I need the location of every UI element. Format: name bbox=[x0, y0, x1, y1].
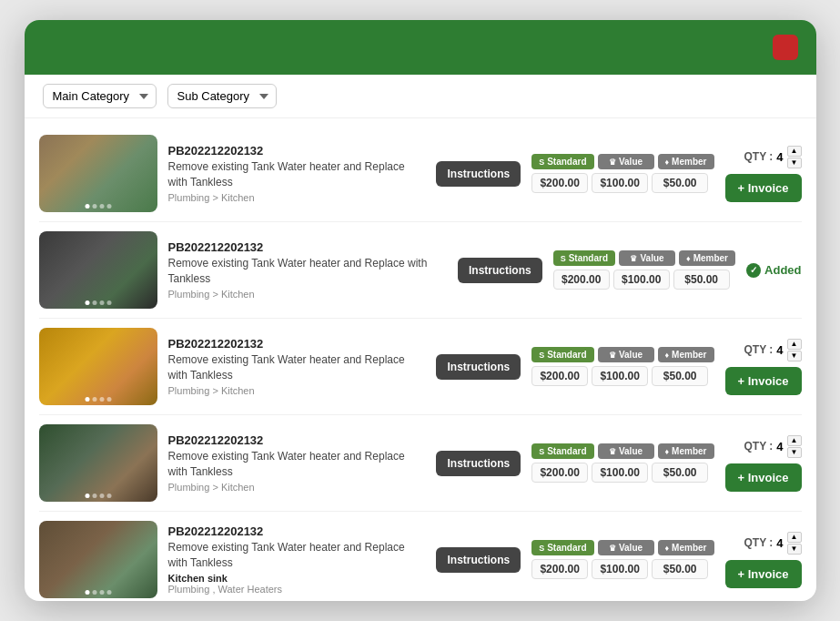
add-invoice-button[interactable]: + Invoice bbox=[725, 174, 802, 202]
member-icon: ♦ bbox=[665, 351, 670, 360]
item-image bbox=[39, 135, 157, 212]
item-info: PB202212202132Remove existing Tank Water… bbox=[168, 144, 426, 203]
instructions-button[interactable]: Instructions bbox=[436, 354, 521, 380]
value-label: Value bbox=[619, 350, 643, 360]
qty-increment-button[interactable]: ▲ bbox=[787, 339, 802, 350]
standard-label: Standard bbox=[547, 350, 586, 360]
price-value-0: $200.00 bbox=[531, 366, 588, 386]
item-code: PB202212202132 bbox=[168, 337, 426, 351]
list-item: PB202212202132Remove existing Tank Water… bbox=[39, 415, 802, 512]
standard-label: Standard bbox=[569, 253, 608, 263]
image-dot bbox=[99, 590, 104, 595]
value-icon: ♛ bbox=[609, 351, 616, 360]
instructions-button[interactable]: Instructions bbox=[458, 258, 542, 283]
close-button[interactable] bbox=[773, 35, 798, 60]
quantity-stepper: ▲▼ bbox=[787, 532, 802, 555]
pricing-badge-standard: SStandard bbox=[531, 154, 593, 169]
qty-increment-button[interactable]: ▲ bbox=[787, 146, 802, 157]
pricing-badge-member: ♦Member bbox=[658, 347, 714, 362]
qty-decrement-button[interactable]: ▼ bbox=[787, 447, 802, 458]
action-area: QTY :4▲▼+ Invoice bbox=[725, 435, 802, 492]
list-item: PB202212202132Remove existing Tank Water… bbox=[39, 126, 802, 222]
pricing-badge-standard: SStandard bbox=[553, 250, 615, 266]
item-category: Plumbing > Kitchen bbox=[168, 385, 426, 396]
qty-decrement-button[interactable]: ▼ bbox=[787, 158, 802, 168]
standard-icon: S bbox=[539, 351, 544, 360]
standard-icon: S bbox=[561, 254, 566, 263]
item-category: Plumbing , Water Heaters bbox=[168, 584, 426, 595]
pricing-values: $200.00$100.00$50.00 bbox=[531, 366, 713, 386]
price-value-2: $50.00 bbox=[652, 463, 708, 483]
pricing-badge-member: ♦Member bbox=[658, 443, 714, 459]
qty-label: QTY : bbox=[744, 150, 773, 163]
item-description: Remove existing Tank Water heater and Re… bbox=[168, 159, 426, 190]
quantity-stepper: ▲▼ bbox=[787, 435, 802, 458]
qty-increment-button[interactable]: ▲ bbox=[787, 532, 802, 543]
price-value-2: $50.00 bbox=[652, 559, 708, 579]
qty-label: QTY : bbox=[744, 536, 773, 549]
qty-increment-button[interactable]: ▲ bbox=[787, 435, 802, 446]
pricing-group: SStandard♛Value♦Member$200.00$100.00$50.… bbox=[531, 154, 713, 193]
price-value-1: $100.00 bbox=[592, 366, 648, 386]
instructions-button[interactable]: Instructions bbox=[436, 547, 521, 573]
item-description: Remove existing Tank Water heater and Re… bbox=[168, 540, 426, 571]
value-icon: ♛ bbox=[609, 158, 616, 167]
value-icon: ♛ bbox=[609, 544, 616, 553]
qty-row: QTY :4▲▼ bbox=[744, 435, 801, 458]
item-image bbox=[39, 231, 157, 309]
item-category: Plumbing > Kitchen bbox=[168, 289, 448, 300]
price-value-1: $100.00 bbox=[592, 559, 648, 579]
member-icon: ♦ bbox=[665, 544, 670, 553]
qty-decrement-button[interactable]: ▼ bbox=[787, 544, 802, 555]
pricing-badge-value: ♛Value bbox=[598, 540, 654, 555]
image-dot bbox=[92, 590, 96, 595]
pricing-values: $200.00$100.00$50.00 bbox=[531, 173, 713, 193]
member-label: Member bbox=[672, 543, 706, 553]
instructions-button[interactable]: Instructions bbox=[436, 451, 521, 476]
image-dot bbox=[85, 397, 89, 402]
image-dot bbox=[85, 494, 89, 498]
standard-label: Standard bbox=[547, 446, 586, 456]
quantity-stepper: ▲▼ bbox=[787, 146, 802, 168]
filter-bar: Main Category Plumbing Electrical HVAC S… bbox=[25, 75, 816, 118]
qty-row: QTY :4▲▼ bbox=[744, 146, 801, 168]
standard-icon: S bbox=[539, 447, 544, 456]
qty-label: QTY : bbox=[744, 343, 773, 356]
main-category-filter[interactable]: Main Category Plumbing Electrical HVAC bbox=[43, 84, 157, 108]
item-description: Remove existing Tank Water heater and Re… bbox=[168, 352, 426, 383]
member-icon: ♦ bbox=[665, 158, 670, 167]
qty-label: QTY : bbox=[744, 440, 773, 453]
image-dot bbox=[106, 590, 111, 595]
image-dot bbox=[92, 397, 96, 402]
pricing-badge-member: ♦Member bbox=[658, 540, 714, 555]
image-dot bbox=[106, 300, 111, 305]
sub-category-filter[interactable]: Sub Category Kitchen Bathroom Outdoor bbox=[167, 84, 277, 108]
added-label: Added bbox=[764, 263, 801, 277]
instructions-button[interactable]: Instructions bbox=[436, 161, 521, 187]
add-invoice-button[interactable]: + Invoice bbox=[725, 463, 802, 492]
qty-row: QTY :4▲▼ bbox=[744, 532, 801, 555]
image-dots bbox=[85, 204, 111, 209]
image-dots bbox=[85, 590, 111, 595]
add-invoice-button[interactable]: + Invoice bbox=[725, 367, 802, 395]
image-dot bbox=[92, 494, 96, 498]
value-label: Value bbox=[619, 157, 643, 167]
item-category: Plumbing > Kitchen bbox=[168, 192, 426, 203]
image-dot bbox=[99, 494, 104, 498]
pricing-badge-standard: SStandard bbox=[531, 443, 593, 459]
price-value-2: $50.00 bbox=[673, 270, 730, 290]
image-dot bbox=[99, 204, 104, 209]
qty-value: 4 bbox=[776, 343, 783, 357]
pricing-badge-member: ♦Member bbox=[679, 250, 735, 266]
image-dot bbox=[99, 300, 104, 305]
pricing-badge-value: ♛Value bbox=[598, 443, 654, 459]
member-label: Member bbox=[693, 253, 728, 263]
add-invoice-button[interactable]: + Invoice bbox=[725, 560, 802, 588]
action-area: ✓Added bbox=[746, 263, 801, 278]
qty-decrement-button[interactable]: ▼ bbox=[787, 351, 802, 361]
image-dot bbox=[85, 590, 89, 595]
pricing-group: SStandard♛Value♦Member$200.00$100.00$50.… bbox=[531, 443, 713, 483]
price-value-1: $100.00 bbox=[592, 173, 648, 193]
item-image bbox=[39, 328, 157, 405]
qty-value: 4 bbox=[776, 536, 783, 550]
